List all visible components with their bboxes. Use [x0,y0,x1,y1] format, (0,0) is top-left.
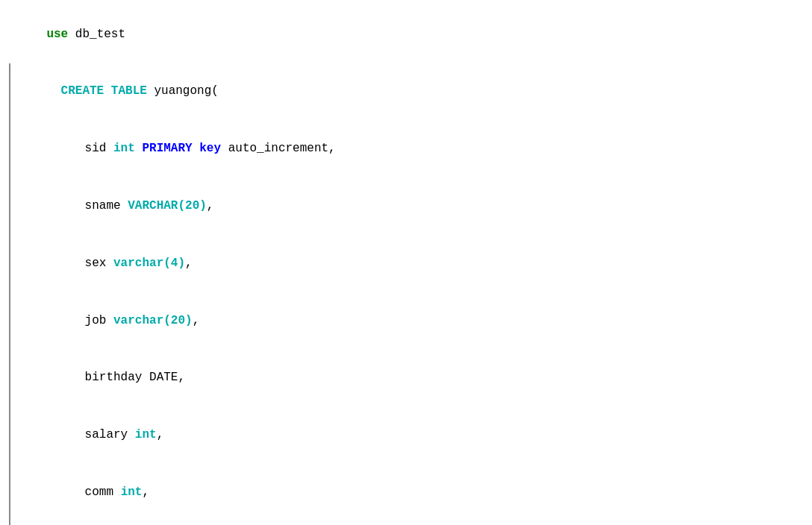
keyword-primary: PRIMARY [142,142,192,155]
type-int-salary: int [135,428,157,441]
line-comm: comm int, [18,464,800,521]
line-birthday: birthday DATE, [18,350,800,407]
create-table-block: CREATE TABLE yuangong( sid int PRIMARY k… [18,63,800,525]
type-varchar-sname: VARCHAR(20) [128,199,207,213]
type-varchar-sex: varchar(4) [113,257,185,270]
line-withhold: withhold int [18,521,800,525]
type-int-comm: int [121,485,143,499]
type-varchar-job: varchar(20) [113,314,193,327]
line-job: job varchar(20), [18,292,800,350]
line-sex: sex varchar(4), [18,235,800,292]
keyword-use: use [46,28,68,41]
bracket-bar [9,63,10,525]
code-editor: use db_test CREATE TABLE yuangong( sid i… [0,0,812,525]
line-use: use db_test [18,6,800,63]
type-int-sid: int [113,142,135,155]
line-sid: sid int PRIMARY key auto_increment, [18,121,800,178]
line-create-table: CREATE TABLE yuangong( [18,63,800,121]
line-salary: salary int, [18,406,800,464]
keyword-key: key [199,142,221,155]
line-sname: sname VARCHAR(20), [18,177,800,235]
keyword-create-table: CREATE TABLE [61,84,147,98]
